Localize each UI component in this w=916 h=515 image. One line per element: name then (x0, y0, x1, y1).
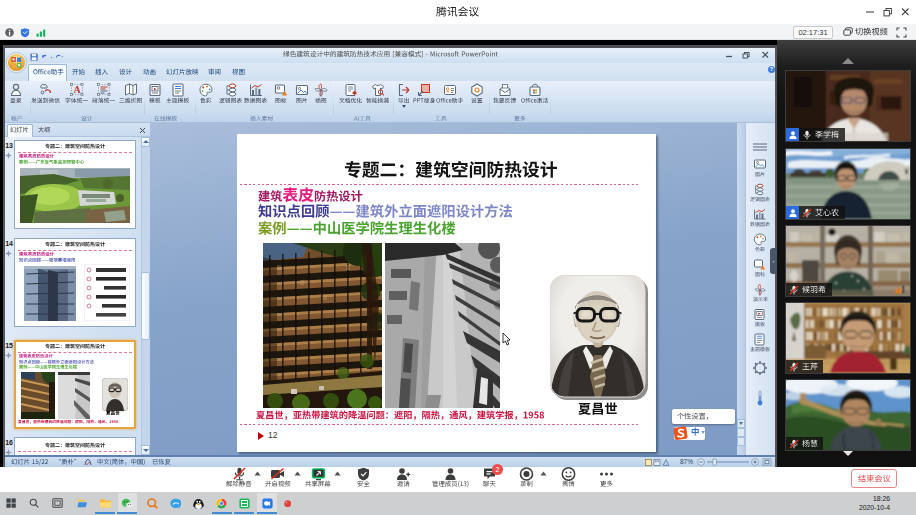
svg-text:A: A (73, 84, 81, 95)
